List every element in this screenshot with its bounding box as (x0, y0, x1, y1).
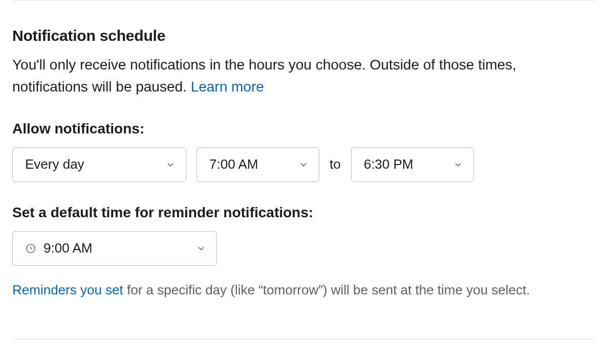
reminder-row: 9:00 AM (12, 231, 596, 266)
bottom-divider (12, 339, 596, 339)
notification-schedule-section: Notification schedule You'll only receiv… (12, 1, 596, 339)
start-time-value: 7:00 AM (209, 156, 289, 172)
reminder-time-select[interactable]: 9:00 AM (12, 231, 217, 266)
to-label: to (330, 156, 341, 172)
allow-notifications-label: Allow notifications: (12, 121, 596, 137)
chevron-down-icon (453, 160, 463, 170)
section-description: You'll only receive notifications in the… (12, 54, 596, 98)
reminder-footnote: Reminders you set for a specific day (li… (12, 280, 596, 300)
chevron-down-icon (298, 160, 309, 170)
reminder-time-value: 9:00 AM (44, 240, 92, 256)
allow-notifications-row: Every day 7:00 AM to 6:30 PM (12, 147, 596, 182)
learn-more-link[interactable]: Learn more (191, 79, 264, 95)
frequency-select[interactable]: Every day (12, 147, 186, 182)
chevron-down-icon (196, 243, 206, 254)
clock-icon (25, 243, 36, 254)
reminders-you-set-link[interactable]: Reminders you set (12, 282, 123, 298)
end-time-select[interactable]: 6:30 PM (351, 147, 474, 182)
start-time-select[interactable]: 7:00 AM (197, 147, 319, 182)
description-text: You'll only receive notifications in the… (12, 57, 516, 95)
chevron-down-icon (165, 160, 176, 170)
reminder-default-label: Set a default time for reminder notifica… (12, 204, 596, 221)
frequency-value: Every day (25, 156, 156, 172)
section-heading: Notification schedule (12, 27, 596, 44)
footnote-rest: for a specific day (like “tomorrow”) wil… (123, 282, 530, 298)
end-time-value: 6:30 PM (364, 156, 444, 172)
